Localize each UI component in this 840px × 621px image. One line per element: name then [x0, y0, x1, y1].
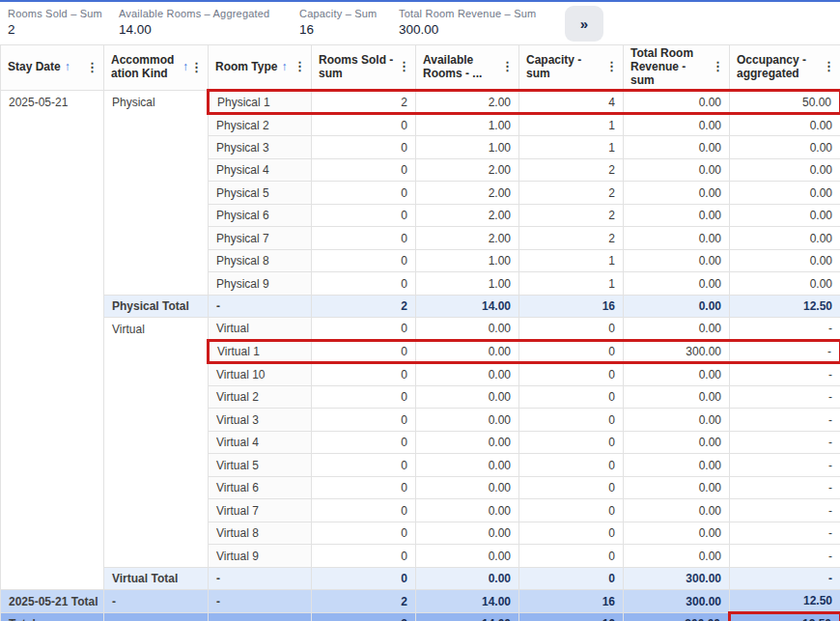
cell-available-rooms[interactable]: 14.00 [416, 590, 519, 613]
cell-capacity[interactable]: 2 [519, 158, 624, 182]
cell-available-rooms[interactable]: 2.00 [416, 158, 519, 182]
cell-room-type[interactable]: Virtual [209, 318, 312, 341]
cell-available-rooms[interactable]: 0.00 [416, 340, 519, 363]
cell-revenue[interactable]: 0.00 [624, 158, 730, 182]
cell-capacity[interactable]: 0 [519, 385, 624, 409]
column-menu-icon[interactable]: ⋮ [499, 60, 516, 74]
cell-room-type[interactable]: - [209, 590, 312, 613]
cell-room-type[interactable]: Virtual 9 [209, 545, 312, 568]
cell-available-rooms[interactable]: 1.00 [416, 113, 519, 136]
cell-occupancy[interactable]: - [730, 567, 840, 590]
cell-available-rooms[interactable]: 0.00 [416, 363, 519, 386]
cell-rooms-sold[interactable]: 0 [312, 431, 416, 454]
cell-revenue[interactable]: 0.00 [624, 318, 730, 341]
cell-rooms-sold[interactable]: 2 [312, 612, 416, 621]
cell-revenue[interactable]: 0.00 [624, 227, 730, 250]
cell-available-rooms[interactable]: 0.00 [416, 318, 519, 341]
cell-revenue[interactable]: 300.00 [624, 612, 730, 621]
cell-room-type[interactable]: Virtual 7 [209, 499, 312, 522]
cell-occupancy[interactable]: 0.00 [730, 182, 840, 205]
cell-occupancy[interactable]: 50.00 [730, 91, 840, 114]
cell-revenue[interactable]: 0.00 [624, 545, 730, 568]
cell-rooms-sold[interactable]: 0 [312, 522, 416, 545]
cell-accommodation-kind[interactable]: Virtual [104, 318, 209, 568]
cell-occupancy[interactable]: 0.00 [730, 136, 840, 159]
cell-room-type[interactable]: Physical 2 [209, 113, 312, 136]
cell-available-rooms[interactable]: 0.00 [416, 522, 519, 545]
cell-room-type[interactable]: Virtual 3 [209, 409, 312, 432]
cell-available-rooms[interactable]: 0.00 [416, 385, 519, 409]
cell-capacity[interactable]: 1 [519, 113, 624, 136]
column-menu-icon[interactable]: ⋮ [603, 60, 620, 74]
cell-rooms-sold[interactable]: 0 [312, 385, 416, 409]
cell-available-rooms[interactable]: 0.00 [416, 567, 519, 590]
cell-rooms-sold[interactable]: 0 [312, 499, 416, 522]
column-menu-icon[interactable]: ⋮ [188, 61, 205, 75]
cell-revenue[interactable]: 0.00 [624, 476, 730, 499]
cell-rooms-sold[interactable]: 0 [312, 454, 416, 477]
cell-room-type[interactable]: Physical 3 [209, 136, 312, 159]
cell-revenue[interactable]: 0.00 [624, 136, 730, 159]
column-header-capacity[interactable]: Capacity - sum⋮ [519, 45, 624, 91]
cell-room-type[interactable]: Physical 9 [209, 272, 312, 296]
cell-revenue[interactable]: 0.00 [624, 91, 730, 114]
cell-revenue[interactable]: 300.00 [624, 567, 730, 590]
cell-accommodation-kind[interactable]: - [104, 590, 209, 613]
column-header-revenue[interactable]: Total Room Revenue - sum⋮ [624, 45, 730, 91]
cell-room-type[interactable]: Physical 4 [209, 158, 312, 182]
column-menu-icon[interactable]: ⋮ [821, 60, 837, 74]
cell-room-type[interactable]: - [209, 567, 312, 590]
cell-rooms-sold[interactable]: 0 [312, 113, 416, 136]
cell-revenue[interactable]: 0.00 [624, 204, 730, 227]
cell-occupancy[interactable]: - [730, 318, 840, 341]
column-header-available-rooms[interactable]: Available Rooms - ...⋮ [416, 45, 519, 91]
cell-available-rooms[interactable]: 2.00 [416, 204, 519, 227]
column-header-room-type[interactable]: Room Type↑⋮ [209, 45, 312, 91]
cell-occupancy[interactable]: - [730, 363, 840, 386]
column-menu-icon[interactable]: ⋮ [84, 61, 100, 75]
cell-available-rooms[interactable]: 1.00 [416, 272, 519, 296]
cell-capacity[interactable]: 16 [519, 295, 624, 318]
column-header-occupancy[interactable]: Occupancy - aggregated⋮ [730, 45, 840, 91]
cell-room-type[interactable]: Virtual 2 [209, 385, 312, 409]
cell-revenue[interactable]: 0.00 [624, 272, 730, 296]
cell-capacity[interactable]: 1 [519, 249, 624, 272]
cell-rooms-sold[interactable]: 0 [312, 567, 416, 590]
cell-revenue[interactable]: 0.00 [624, 499, 730, 522]
cell-occupancy[interactable]: - [730, 409, 840, 432]
cell-stay-date[interactable]: Total [1, 612, 104, 621]
cell-occupancy[interactable]: - [730, 454, 840, 477]
cell-rooms-sold[interactable]: 0 [312, 272, 416, 296]
cell-rooms-sold[interactable]: 0 [312, 136, 416, 159]
cell-capacity[interactable]: 0 [519, 340, 624, 363]
cell-available-rooms[interactable]: 0.00 [416, 409, 519, 432]
cell-occupancy[interactable]: - [730, 522, 840, 545]
cell-occupancy[interactable]: 0.00 [730, 227, 840, 250]
cell-capacity[interactable]: 16 [519, 590, 624, 613]
cell-stay-date[interactable]: 2025-05-21 Total [1, 590, 104, 613]
cell-available-rooms[interactable]: 0.00 [416, 476, 519, 499]
cell-available-rooms[interactable]: 1.00 [416, 249, 519, 272]
column-menu-icon[interactable]: ⋮ [710, 60, 726, 74]
cell-capacity[interactable]: 0 [519, 454, 624, 477]
cell-room-type[interactable]: Virtual 1 [209, 340, 312, 363]
cell-available-rooms[interactable]: 0.00 [416, 431, 519, 454]
cell-revenue[interactable]: 0.00 [624, 113, 730, 136]
cell-accommodation-kind[interactable]: Physical [104, 91, 209, 296]
cell-accommodation-kind[interactable]: Physical Total [104, 295, 209, 318]
cell-occupancy[interactable]: - [730, 545, 840, 568]
column-header-rooms-sold[interactable]: Rooms Sold - sum⋮ [312, 45, 416, 91]
cell-room-type[interactable]: Physical 5 [209, 182, 312, 205]
cell-capacity[interactable]: 0 [519, 567, 624, 590]
cell-occupancy[interactable]: 0.00 [730, 204, 840, 227]
cell-room-type[interactable]: - [209, 295, 312, 318]
cell-rooms-sold[interactable]: 0 [312, 249, 416, 272]
cell-revenue[interactable]: 0.00 [624, 431, 730, 454]
cell-stay-date[interactable]: 2025-05-21 [1, 91, 104, 590]
cell-capacity[interactable]: 2 [519, 204, 624, 227]
cell-revenue[interactable]: 0.00 [624, 385, 730, 409]
cell-capacity[interactable]: 1 [519, 272, 624, 296]
cell-capacity[interactable]: 0 [519, 522, 624, 545]
cell-room-type[interactable]: Virtual 4 [209, 431, 312, 454]
cell-room-type[interactable]: Virtual 6 [209, 476, 312, 499]
